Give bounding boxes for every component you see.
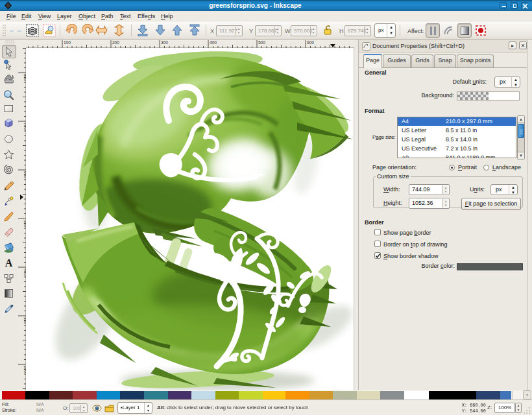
svg-text:200: 200 bbox=[112, 40, 119, 45]
svg-text:500: 500 bbox=[258, 40, 265, 45]
svg-text:600: 600 bbox=[307, 40, 314, 45]
svg-text:300: 300 bbox=[161, 40, 168, 45]
svg-text:400: 400 bbox=[210, 40, 217, 45]
svg-text:A: A bbox=[5, 257, 13, 268]
svg-text:100: 100 bbox=[64, 40, 71, 45]
